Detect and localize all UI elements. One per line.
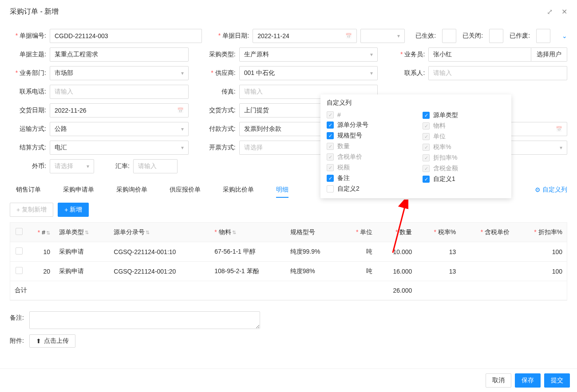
popover-title: 自定义列 <box>327 99 505 107</box>
table-row[interactable]: 20 采购申请 CGSQ-221124-001:20 108-95-2-1 苯酚… <box>10 262 567 281</box>
tab-detail[interactable]: 明细 <box>276 182 288 197</box>
checkbox-icon <box>327 111 334 118</box>
doc-date-label: 单据日期: <box>213 32 253 40</box>
checkbox-icon <box>423 165 430 172</box>
modal-footer: 取消 保存 提交 <box>0 368 577 392</box>
modal-title: 采购订单 - 新增 <box>10 7 59 16</box>
sort-icon[interactable]: ⇅ <box>46 230 50 235</box>
col-src-type: 源单类型 <box>59 228 84 235</box>
column-toggle[interactable]: 自定义2 <box>327 185 409 193</box>
col-unit: 单位 <box>356 228 372 235</box>
row-checkbox[interactable] <box>16 267 23 274</box>
supplier-select[interactable]: 001 中石化▾ <box>239 66 378 80</box>
tab-supplier-quote[interactable]: 供应报价单 <box>170 182 201 197</box>
sort-icon[interactable]: ⇅ <box>146 230 150 235</box>
tab-price-compare[interactable]: 采购比价单 <box>223 182 254 197</box>
col-price: 含税单价 <box>481 228 510 235</box>
save-button[interactable]: 保存 <box>515 373 541 388</box>
dept-label: 业务部门: <box>10 69 50 77</box>
dept-select[interactable]: 市场部▾ <box>50 66 189 80</box>
doc-no-input[interactable]: CGDD-221124-003 <box>50 29 202 43</box>
chevron-down-icon: ▾ <box>560 145 562 151</box>
col-idx: # <box>38 229 45 236</box>
transport-select[interactable]: 公路▾ <box>50 122 189 136</box>
collapse-toggle-icon[interactable]: ⌄ <box>562 32 567 39</box>
table-row[interactable]: 10 采购申请 CGSQ-221124-001:10 67-56-1-1 甲醇 … <box>10 242 567 262</box>
column-toggle[interactable]: 源单类型 <box>423 111 505 119</box>
select-all-checkbox[interactable] <box>16 228 23 235</box>
salesperson-label: 业务员: <box>388 51 428 59</box>
column-toggle-label: # <box>337 111 341 118</box>
close-icon[interactable]: ✕ <box>561 8 567 16</box>
transport-label: 运输方式: <box>10 125 50 133</box>
chevron-down-icon: ▾ <box>181 145 184 151</box>
chevron-down-icon: ▾ <box>397 33 400 39</box>
plus-icon: + <box>64 206 68 213</box>
checkbox-icon <box>423 133 430 140</box>
column-toggle[interactable]: 备注 <box>327 174 409 182</box>
tab-purchase-inquiry[interactable]: 采购询价单 <box>116 182 147 197</box>
sort-icon[interactable]: ⇅ <box>85 230 89 235</box>
copy-add-button[interactable]: +复制新增 <box>10 203 53 217</box>
delivery-date-input[interactable]: 2022-11-26📅 <box>50 103 189 118</box>
subject-input[interactable]: 某重点工程需求 <box>50 47 189 62</box>
custom-columns-button[interactable]: ⚙ 自定义列 <box>535 186 567 194</box>
column-toggle[interactable]: 规格型号 <box>327 132 409 140</box>
effective-checkbox[interactable] <box>442 29 456 43</box>
rate-input[interactable]: 请输入 <box>133 159 178 173</box>
purchase-type-select[interactable]: 生产原料▾ <box>239 47 378 62</box>
checkbox-icon <box>327 185 334 192</box>
col-spec: 规格型号 <box>290 228 315 235</box>
col-src-entry: 源单分录号 <box>114 228 145 235</box>
sort-icon[interactable]: ⇅ <box>232 230 236 235</box>
closed-label: 已关闭: <box>462 32 483 40</box>
closed-checkbox[interactable] <box>489 29 503 43</box>
column-toggle: 折扣率% <box>423 154 505 162</box>
settlement-select[interactable]: 电汇▾ <box>50 141 189 155</box>
remark-textarea[interactable] <box>29 311 260 329</box>
tab-purchase-request[interactable]: 采购申请单 <box>63 182 94 197</box>
table-total-row: 合计 26.000 <box>10 281 567 300</box>
select-user-button[interactable]: 选择用户 <box>531 47 567 62</box>
column-toggle[interactable]: 自定义1 <box>423 175 505 183</box>
column-toggle[interactable]: 源单分录号 <box>327 121 409 129</box>
column-toggle: 税额 <box>327 164 409 172</box>
col-qty: 数量 <box>395 228 412 235</box>
checkbox-icon <box>423 112 430 119</box>
column-toggle: 含税金额 <box>423 165 505 172</box>
doc-date-input[interactable]: 2022-11-24📅 <box>253 29 357 43</box>
chevron-down-icon: ▾ <box>181 70 184 76</box>
expand-icon[interactable]: ⤢ <box>547 8 553 16</box>
column-toggle-label: 含税单价 <box>337 153 362 161</box>
add-button[interactable]: +新增 <box>58 203 89 217</box>
column-toggle-label: 自定义1 <box>433 175 455 183</box>
currency-select[interactable]: 请选择▾ <box>50 159 94 173</box>
column-toggle-label: 含税金额 <box>433 165 458 172</box>
salesperson-input[interactable]: 张小红 <box>428 47 531 62</box>
col-tax: 税率% <box>434 228 456 235</box>
detail-table: #⇅ 源单类型⇅ 源单分录号⇅ 物料⇅ 规格型号 单位 数量 税率% 含税单价 … <box>10 222 567 301</box>
delivery-date-label: 交货日期: <box>10 106 50 114</box>
column-toggle: # <box>327 111 409 118</box>
doc-date-extra-select[interactable]: ▾ <box>360 29 405 43</box>
checkbox-icon <box>327 143 334 150</box>
attachment-label: 附件: <box>10 334 29 345</box>
submit-button[interactable]: 提交 <box>544 373 570 388</box>
chevron-down-icon: ▾ <box>370 70 373 76</box>
row-checkbox[interactable] <box>16 247 23 255</box>
checkbox-icon <box>327 132 334 139</box>
tab-sales-order[interactable]: 销售订单 <box>16 182 41 197</box>
column-toggle: 单位 <box>423 133 505 141</box>
voided-checkbox[interactable] <box>536 29 550 43</box>
subject-label: 单据主题: <box>10 51 50 59</box>
chevron-down-icon: ▾ <box>87 163 89 169</box>
modal-header: 采购订单 - 新增 ⤢ ✕ <box>0 0 577 24</box>
col-material: 物料 <box>214 228 231 235</box>
column-toggle-label: 折扣率% <box>433 154 457 162</box>
cancel-button[interactable]: 取消 <box>486 373 511 388</box>
remark-label: 备注: <box>10 311 29 322</box>
phone-input[interactable]: 请输入 <box>50 85 189 99</box>
contact-input[interactable]: 请输入 <box>428 66 567 80</box>
settlement-label: 结算方式: <box>10 144 50 152</box>
upload-button[interactable]: ⬆ 点击上传 <box>29 334 75 348</box>
